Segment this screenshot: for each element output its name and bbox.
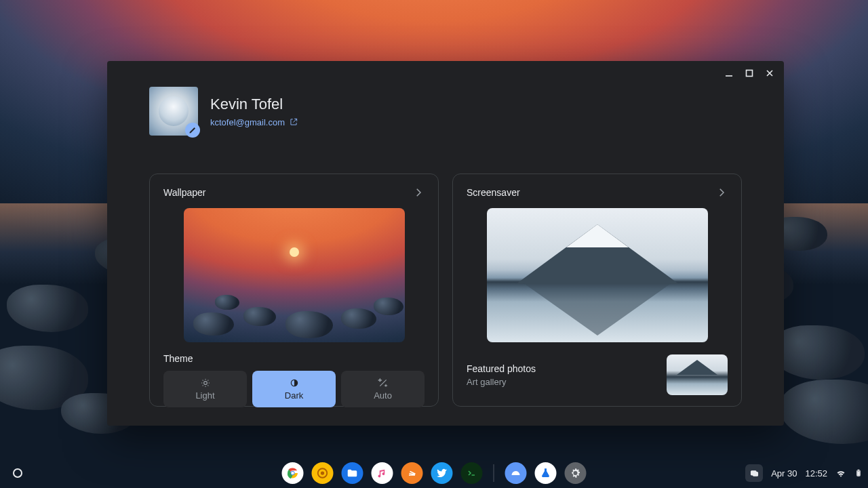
wallpaper-open-button[interactable] [412,186,425,199]
canary-icon [317,467,329,479]
wallpaper-title: Wallpaper [163,187,206,198]
theme-dark-label: Dark [285,390,303,401]
theme-auto-label: Auto [374,390,392,401]
app-chrome[interactable] [282,462,304,484]
theme-light-button[interactable]: Light [163,371,247,407]
svg-point-1 [203,382,207,385]
svg-rect-0 [747,70,753,77]
wallpaper-card: Wallpaper Theme Light [149,174,439,407]
app-jamboard[interactable] [505,462,527,484]
featured-row[interactable]: Featured photos Art gallery [467,354,728,395]
status-date: Apr 30 [771,468,797,479]
app-lab[interactable] [535,462,557,484]
gear-icon [570,467,582,479]
status-time: 12:52 [805,468,827,479]
personalization-window: Kevin Tofel kctofel@gmail.com Wallpaper [107,61,784,426]
featured-thumbnail [667,354,728,395]
shelf-apps [282,462,587,484]
launcher-icon [13,468,22,478]
svg-point-7 [321,471,324,474]
status-area[interactable]: Apr 30 12:52 [745,464,863,482]
app-music[interactable] [372,462,393,484]
minimize-button[interactable] [719,65,739,81]
svg-rect-11 [858,470,860,470]
app-canary[interactable] [312,462,334,484]
app-twitter[interactable] [431,462,453,484]
svg-rect-12 [857,472,860,476]
featured-title: Featured photos [467,363,536,374]
theme-auto-button[interactable]: Auto [341,371,425,407]
theme-selector: Light Dark Auto [163,371,425,407]
window-controls [719,65,780,81]
folder-icon [347,467,359,479]
profile-email-text: kctofel@gmail.com [210,117,285,127]
close-button[interactable] [760,65,780,81]
wallpaper-preview[interactable] [184,208,405,342]
shelf: Apr 30 12:52 [0,458,868,488]
profile-name: Kevin Tofel [210,96,298,113]
app-files[interactable] [342,462,363,484]
chrome-icon [287,467,299,479]
maximize-button[interactable] [739,65,760,81]
launcher-button[interactable] [4,460,31,487]
pencil-icon [189,126,197,134]
terminal-icon [466,467,478,479]
shelf-separator [494,464,494,482]
app-terminal[interactable] [461,462,483,484]
edit-avatar-button[interactable] [185,123,200,138]
dome-icon [510,467,522,479]
sun-icon [200,378,211,388]
svg-rect-9 [753,472,757,476]
chevron-right-icon [715,186,728,199]
chevron-right-icon [412,186,425,199]
featured-subtitle: Art gallery [467,377,536,387]
twitter-icon [436,467,448,479]
screensaver-title: Screensaver [467,187,520,198]
screensaver-open-button[interactable] [715,186,728,199]
music-icon [376,467,389,479]
wifi-icon [835,468,846,479]
app-settings[interactable] [565,462,587,484]
contrast-icon [289,378,300,388]
theme-dark-button[interactable]: Dark [252,371,336,407]
profile-email-link[interactable]: kctofel@gmail.com [210,117,298,127]
overview-button[interactable] [745,464,763,482]
overview-icon [749,468,760,479]
flask-icon [540,467,552,479]
profile-header: Kevin Tofel kctofel@gmail.com [149,87,298,136]
app-stackoverflow[interactable] [401,462,423,484]
avatar[interactable] [149,87,198,136]
screensaver-card: Screensaver Featured photos Art gallery [452,174,742,407]
battery-icon [854,467,863,479]
stack-icon [406,467,418,479]
wand-icon [378,378,389,388]
theme-light-label: Light [195,390,214,401]
screensaver-preview[interactable] [487,208,708,342]
svg-point-5 [291,472,294,475]
open-external-icon [289,117,298,127]
theme-label: Theme [163,353,425,364]
